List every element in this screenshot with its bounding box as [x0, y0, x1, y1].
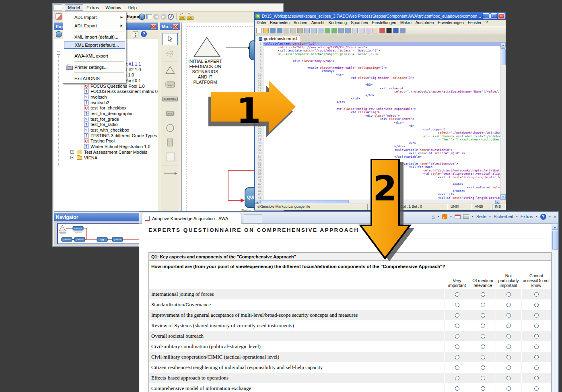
tab-gradetransform[interactable]: gradetransform.xsl [256, 35, 300, 42]
find-icon[interactable] [338, 28, 344, 33]
notepad-menu-einstellungen[interactable]: Einstellungen [370, 21, 398, 25]
chevron-down-icon[interactable]: ▼ [489, 215, 491, 218]
radio-civil-military-coordination-political-strategic-level-3[interactable] [534, 345, 539, 349]
radio-citizen-resilience-strenghtening-of-individual-responsibility-and-self-help-capacity-0[interactable] [455, 365, 459, 370]
safety-menu[interactable]: Sicherheit [494, 214, 513, 219]
radio-civil-military-cooperation-cimic-tactical-operational-level-2[interactable] [506, 355, 511, 359]
tree-item-test-for-radio[interactable]: ?test_for_radio [54, 122, 158, 128]
chevron-down-icon[interactable]: ▼ [471, 215, 474, 218]
tree-item-rwoitsch[interactable]: ?rwoitsch [54, 94, 158, 100]
back-icon[interactable]: ◀ [153, 14, 159, 20]
close-icon[interactable]: ✕ [498, 13, 505, 19]
notepad-menu-fenster[interactable]: Fenster [466, 21, 484, 25]
radio-review-of-systems-shared-inventory-of-currently-used-instruments-1[interactable] [481, 324, 485, 328]
navigator-compass-icon[interactable] [168, 14, 174, 20]
radio-effects-based-approach-to-operations-3[interactable] [534, 376, 539, 380]
undo-icon[interactable] [325, 28, 330, 33]
tree-item-test-for-checkbox[interactable]: Qtest_for_checkbox [54, 105, 158, 111]
doc-map-icon[interactable] [400, 28, 406, 33]
radio-effects-based-approach-to-operations-1[interactable] [481, 376, 485, 380]
open-icon[interactable] [263, 28, 269, 33]
notepad-menu-help[interactable]: ? [484, 21, 490, 25]
show-symbols-icon[interactable] [373, 28, 378, 33]
radio-effects-based-approach-to-operations-2[interactable] [506, 376, 511, 380]
radio-review-of-systems-shared-inventory-of-currently-used-instruments-2[interactable] [506, 324, 511, 328]
scroll-left-icon[interactable]: ◀ [255, 200, 259, 204]
tree-item-focus-questions-pool-1-0[interactable]: QFOCUS Questions Pool 1.0 [54, 83, 158, 89]
radio-comprehensive-model-of-information-exchange-1[interactable] [481, 386, 485, 391]
notepad-menu-makro[interactable]: Makro [398, 21, 414, 25]
radio-review-of-systems-shared-inventory-of-currently-used-instruments-3[interactable] [534, 324, 539, 328]
notepad-menu-kodierung[interactable]: Kodierung [326, 21, 349, 25]
record-macro-icon[interactable] [379, 28, 385, 33]
radio-comprehensive-model-of-information-exchange-0[interactable] [455, 386, 459, 391]
radio-standardization-governance-3[interactable] [534, 303, 539, 307]
new-model-icon[interactable] [56, 13, 62, 20]
tree-item-rwoitsch2[interactable]: ?rwoitsch2 [54, 100, 158, 105]
notepad-menu-ausf-hren[interactable]: Ausführen [414, 21, 436, 25]
tile-windows-icon[interactable] [146, 14, 152, 19]
notepad-menu-erweiterungen[interactable]: Erweiterungen [436, 21, 465, 25]
filled-rect-tool[interactable] [163, 136, 178, 149]
notepad-menu-suchen[interactable]: Suchen [292, 21, 309, 25]
menubar-item-help[interactable]: Help [124, 4, 140, 11]
radio-improvement-of-the-general-acceptance-of-multi-level-broad-scope-security-concepts-and-measures-1[interactable] [481, 313, 485, 318]
close-icon[interactable]: ✕ [151, 24, 156, 29]
tree-item-test-with-checkbox[interactable]: ?test_with_checkbox [54, 127, 158, 133]
tree-expand-icon[interactable]: + [70, 150, 74, 154]
tree-item-test-for-demographic[interactable]: ?test_for_demographic [54, 111, 158, 116]
question-node-tool[interactable]: QUESTION [163, 93, 178, 105]
radio-comprehensive-model-of-information-exchange-2[interactable] [506, 386, 511, 391]
tree-item-testing-3-different-grade-types-0-1[interactable]: ?TESTING 3 different Grade Types 0.1 [54, 133, 158, 138]
vertical-scrollbar[interactable]: ▲ ▼ [500, 42, 506, 200]
toolbox-header[interactable]: Mo... ✕ [160, 23, 180, 30]
radio-review-of-systems-shared-inventory-of-currently-used-instruments-0[interactable] [455, 324, 459, 328]
new-tab-button[interactable] [244, 214, 262, 223]
save-icon[interactable] [270, 28, 276, 33]
radio-effects-based-approach-to-operations-0[interactable] [455, 376, 459, 380]
rect-tool[interactable] [163, 151, 178, 163]
rss-feed-icon[interactable] [442, 214, 447, 219]
replace-icon[interactable] [345, 28, 351, 33]
adl-import-icon[interactable]: ↶ADL [179, 13, 186, 20]
radio-overall-societal-outreach-3[interactable] [534, 334, 539, 338]
print-icon[interactable] [463, 215, 469, 219]
zoom-out-icon[interactable] [359, 28, 364, 33]
menu-item-awa-xml-export[interactable]: AWA-XML export [64, 52, 125, 60]
menu-item-xml-import-default[interactable]: XML Import (default)... [64, 33, 125, 41]
radio-international-joining-of-forces-3[interactable] [534, 292, 539, 297]
tree-item-testing-pool[interactable]: QTesting Pool [54, 138, 158, 144]
circle-tool[interactable] [163, 122, 178, 134]
browser-tab[interactable]: Adaptive Knowledge Acquisition - AWA [142, 213, 241, 224]
save-all-icon[interactable] [277, 28, 282, 33]
page-menu[interactable]: Seite [476, 214, 486, 219]
spinner-stepper[interactable]: ▲▼ [133, 31, 138, 37]
menubar-item-window[interactable]: Window [102, 4, 124, 11]
help-icon[interactable]: ? [141, 31, 147, 37]
scroll-up-icon[interactable]: ▲ [552, 224, 558, 230]
notepad-titlebar[interactable]: N D:\15_Workspaces\workspace_eclipse_3.7… [255, 12, 506, 20]
radio-comprehensive-model-of-information-exchange-3[interactable] [534, 386, 539, 391]
scroll-up-icon[interactable]: ▲ [500, 42, 506, 47]
menu-item-printer-settings[interactable]: Printer settings... [64, 63, 125, 71]
radio-overall-societal-outreach-2[interactable] [506, 334, 511, 338]
radio-standardization-governance-0[interactable] [455, 303, 459, 307]
radio-civil-military-coordination-political-strategic-level-0[interactable] [455, 345, 459, 349]
print-icon[interactable] [297, 28, 303, 33]
scroll-right-icon[interactable]: ▶ [495, 200, 500, 204]
notepad-menu-bearbeiten[interactable]: Bearbeiten [268, 21, 291, 25]
radio-citizen-resilience-strenghtening-of-individual-responsibility-and-self-help-capacity-1[interactable] [481, 365, 485, 370]
menubar-item-model[interactable]: Model [65, 4, 83, 11]
notepad-menu-ansicht[interactable]: Ansicht [309, 21, 327, 25]
radio-improvement-of-the-general-acceptance-of-multi-level-broad-scope-security-concepts-and-measures-2[interactable] [506, 313, 511, 318]
radio-civil-military-coordination-political-strategic-level-2[interactable] [506, 345, 511, 349]
chevron-down-icon[interactable]: ▼ [535, 215, 538, 218]
menubar-item-extras[interactable]: Extras [83, 4, 102, 11]
tree-root-collapse-icon[interactable]: − [57, 51, 60, 55]
radio-improvement-of-the-general-acceptance-of-multi-level-broad-scope-security-concepts-and-measures-0[interactable] [455, 313, 459, 318]
radio-civil-military-coordination-political-strategic-level-1[interactable] [481, 345, 485, 349]
maximize-icon[interactable]: ❐ [490, 13, 497, 19]
radio-overall-societal-outreach-1[interactable] [481, 334, 485, 338]
chevron-down-icon[interactable]: ▼ [516, 215, 518, 218]
radio-overall-societal-outreach-0[interactable] [455, 334, 459, 338]
